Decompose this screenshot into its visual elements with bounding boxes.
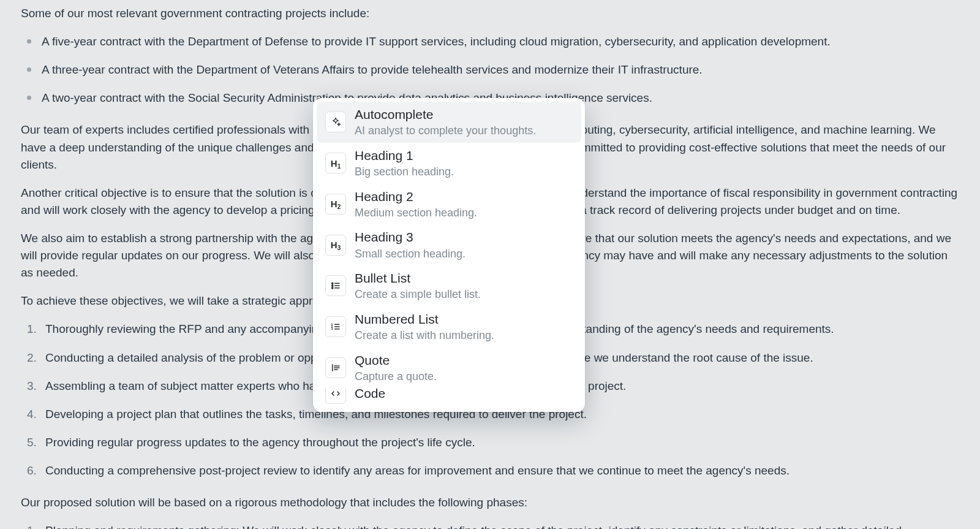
menu-item-title: Heading 1 — [355, 148, 454, 164]
sparkle-icon — [325, 112, 346, 132]
menu-item-heading1[interactable]: H1Heading 1Big section heading. — [317, 143, 581, 184]
paragraph: Our proposed solution will be based on a… — [21, 494, 959, 511]
menu-item-description: Big section heading. — [355, 165, 454, 179]
menu-item-description: Small section heading. — [355, 247, 466, 261]
list-item: A five-year contract with the Department… — [27, 33, 959, 50]
menu-item-title: Code — [355, 388, 385, 402]
svg-text:3: 3 — [331, 327, 333, 330]
menu-item-title: Numbered List — [355, 311, 494, 327]
menu-item-description: AI analyst to complete your thoughts. — [355, 124, 536, 138]
menu-item-title: Heading 3 — [355, 229, 466, 245]
code-icon — [325, 388, 346, 404]
menu-item-autocomplete[interactable]: AutocompleteAI analyst to complete your … — [317, 102, 581, 143]
menu-item-title: Autocomplete — [355, 107, 536, 123]
menu-item-description: Create a list with numbering. — [355, 329, 494, 343]
menu-item-description: Medium section heading. — [355, 206, 477, 220]
menu-item-heading2[interactable]: H2Heading 2Medium section heading. — [317, 184, 581, 225]
quote-icon — [325, 357, 346, 378]
menu-item-title: Quote — [355, 352, 437, 368]
h3-icon: H3 — [325, 235, 346, 256]
list-item: Providing regular progress updates to th… — [27, 434, 959, 451]
menu-item-title: Heading 2 — [355, 189, 477, 205]
list-item: Planning and requirements gathering: We … — [27, 522, 959, 529]
svg-point-0 — [332, 283, 333, 284]
menu-item-bullet-list[interactable]: Bullet ListCreate a simple bullet list. — [317, 265, 581, 306]
menu-item-description: Create a simple bullet list. — [355, 287, 481, 302]
svg-point-4 — [332, 287, 333, 289]
menu-item-title: Bullet List — [355, 270, 481, 286]
menu-item-description: Capture a quote. — [355, 370, 437, 384]
h2-icon: H2 — [325, 194, 346, 215]
bullets-icon — [325, 275, 346, 296]
menu-item-heading3[interactable]: H3Heading 3Small section heading. — [317, 224, 581, 265]
intro-paragraph: Some of our most relevant government con… — [21, 5, 959, 22]
list-item: A three-year contract with the Departmen… — [27, 61, 959, 78]
h1-icon: H1 — [325, 153, 346, 173]
menu-item-quote[interactable]: QuoteCapture a quote. — [317, 348, 581, 389]
svg-point-2 — [332, 285, 333, 286]
menu-item-numbered-list[interactable]: 123Numbered ListCreate a list with numbe… — [317, 306, 581, 348]
numbers-icon: 123 — [325, 316, 346, 337]
menu-item-code[interactable]: Code — [317, 388, 581, 405]
projects-bullet-list: A five-year contract with the Department… — [21, 33, 959, 107]
list-item: Conducting a comprehensive post-project … — [27, 462, 959, 479]
phases-numbered-list: Planning and requirements gathering: We … — [21, 522, 959, 529]
slash-command-menu[interactable]: AutocompleteAI analyst to complete your … — [313, 98, 585, 412]
